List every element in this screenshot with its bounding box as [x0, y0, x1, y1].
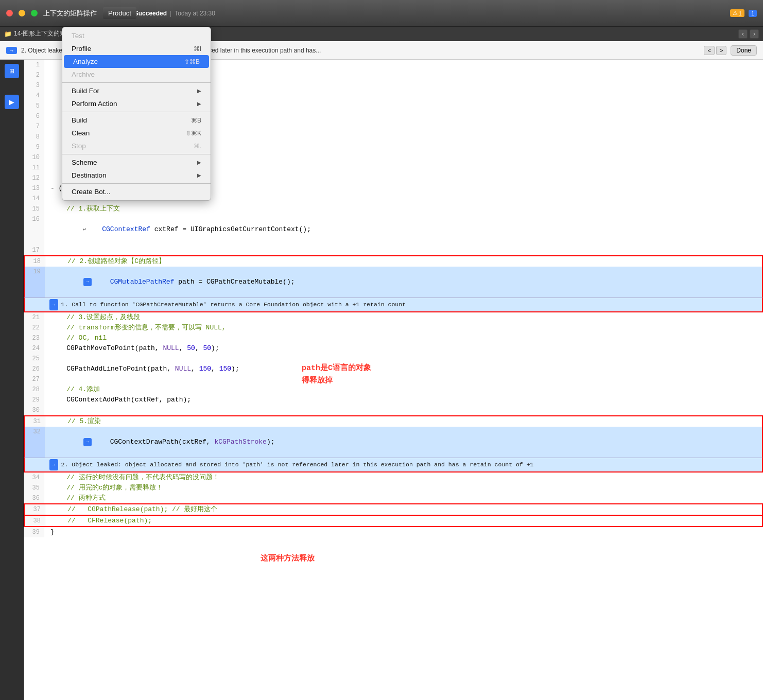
line-num-12: 12	[24, 173, 44, 183]
line-content-16: ↩ CGContextRef cxtRef = UIGraphicsGetCur…	[44, 214, 763, 245]
menu-item-test-label: Test	[72, 32, 84, 40]
code-line-28: 28 // 4.添加	[24, 384, 763, 395]
line-content-34: // 运行的时候没有问题，不代表代码写的没问题！	[44, 472, 763, 483]
float-label-release-method-cn: 这两种方法释放	[261, 554, 315, 564]
line-content-23: // OC, nil	[44, 333, 763, 343]
menu-item-analyze-shortcut: ⇧⌘B	[184, 58, 200, 65]
code-line-22: 22 // transform形变的信息，不需要，可以写 NULL,	[24, 323, 763, 333]
line-num-28: 28	[24, 384, 44, 395]
line-content-37: // CGPathRelease(path); // 最好用这个	[45, 504, 762, 515]
line-content-17	[44, 245, 763, 255]
line-num-36: 36	[24, 493, 44, 503]
line-num-18: 18	[25, 256, 45, 267]
line-num-21: 21	[24, 312, 44, 323]
code-line-27: 27	[24, 374, 763, 384]
line-content-25	[44, 354, 763, 364]
line-num-17: 17	[24, 245, 44, 255]
menu-item-build[interactable]: Build ⌘B	[62, 114, 211, 127]
line-num-22: 22	[24, 323, 44, 333]
line-content-15: // 1.获取上下文	[44, 204, 763, 214]
menu-item-analyze-label: Analyze	[73, 58, 98, 65]
line-num-10: 10	[24, 152, 44, 163]
code-line-37: 37 // CGPathRelease(path); // 最好用这个	[24, 503, 763, 516]
product-dropdown: Test Profile ⌘I Analyze ⇧⌘B Archive Buil…	[62, 27, 211, 201]
line-num-27: 27	[24, 374, 44, 384]
issue-done-btn[interactable]: Done	[731, 45, 757, 56]
menu-item-stop[interactable]: Stop ⌘.	[62, 139, 211, 152]
menu-item-analyze[interactable]: Analyze ⇧⌘B	[64, 55, 209, 68]
code-line-39: 39 }	[24, 527, 763, 537]
code-line-32: 32 → CGContextDrawPath(cxtRef, kCGPathSt…	[24, 427, 763, 458]
menu-item-create-bot[interactable]: Create Bot...	[62, 185, 211, 198]
line-num-6: 6	[24, 111, 44, 121]
line-content-26: CGPathAddLineToPoint(path, NULL, 150, 15…	[44, 364, 763, 374]
annotation-line-20: → 1. Call to function 'CGPathCreateMutab…	[24, 297, 763, 312]
warning-badge[interactable]: ⚠ 1	[730, 9, 744, 17]
line19-arrow: →	[83, 278, 92, 286]
sidebar-icon-grid[interactable]: ⊞	[5, 64, 19, 78]
code-line-23: 23 // OC, nil	[24, 333, 763, 343]
annotation-line-33: → 2. Object leaked: object allocated and…	[24, 458, 763, 472]
line-num-11: 11	[24, 163, 44, 173]
issue-arrow-icon: →	[6, 47, 17, 54]
annotation-arrow-2: →	[49, 459, 58, 470]
annotation-text-2: 2. Object leaked: object allocated and s…	[61, 460, 534, 470]
menu-item-stop-shortcut: ⌘.	[194, 143, 201, 150]
menu-item-profile-shortcut: ⌘I	[194, 45, 201, 52]
info-badge[interactable]: 1	[749, 10, 757, 17]
analyze-time: Today at 23:30	[175, 10, 215, 17]
code-line-36: 36 // 两种方式	[24, 493, 763, 503]
line-content-32: → CGContextDrawPath(cxtRef, kCGPathStrok…	[45, 427, 762, 458]
code-line-26: 26 CGPathAddLineToPoint(path, NULL, 150,…	[24, 364, 763, 374]
breadcrumb-next[interactable]: ›	[750, 29, 759, 39]
line-content-31: // 5.渲染	[45, 416, 762, 427]
warning-icon: ⚠	[733, 10, 738, 16]
menu-item-clean[interactable]: Clean ⇧⌘K	[62, 127, 211, 139]
menu-item-scheme[interactable]: Scheme	[62, 156, 211, 169]
line-num-9: 9	[24, 142, 44, 152]
menu-item-perform-action[interactable]: Perform Action	[62, 97, 211, 110]
window-title-cn: 上下文的矩阵操作	[43, 9, 97, 18]
traffic-light-minimize[interactable]	[19, 10, 25, 16]
menu-item-build-shortcut: ⌘B	[191, 117, 201, 124]
code-line-38: 38 // CFRelease(path);	[24, 516, 763, 527]
code-line-16: 16 ↩ CGContextRef cxtRef = UIGraphicsGet…	[24, 214, 763, 245]
menu-item-build-for[interactable]: Build For	[62, 84, 211, 97]
breadcrumb-nav: ‹ ›	[738, 29, 759, 39]
warning-count: 1	[739, 10, 742, 16]
line-content-22: // transform形变的信息，不需要，可以写 NULL,	[44, 323, 763, 333]
line-num-26: 26	[24, 364, 44, 374]
menu-item-build-for-label: Build For	[72, 87, 99, 95]
breadcrumb-prev[interactable]: ‹	[738, 29, 748, 39]
left-sidebar: ⊞ ▶	[0, 60, 24, 700]
menu-item-profile[interactable]: Profile ⌘I	[62, 42, 211, 55]
line-num-34: 34	[24, 472, 44, 483]
sidebar-icon-play[interactable]: ▶	[5, 95, 19, 109]
menu-item-build-label: Build	[72, 116, 87, 124]
analyze-succeeded: Succeeded	[134, 10, 167, 17]
separator-1	[62, 82, 211, 83]
separator-4	[62, 183, 211, 184]
info-count: 1	[751, 10, 754, 16]
code-line-25: 25	[24, 354, 763, 364]
product-menu-label[interactable]: Product	[103, 7, 136, 19]
line-content-38: // CFRelease(path);	[45, 516, 762, 526]
code-line-31: 31 // 5.渲染	[24, 415, 763, 427]
traffic-light-zoom[interactable]	[31, 10, 38, 16]
annotation-text-1: 1. Call to function 'CGPathCreateMutable…	[61, 300, 406, 310]
line-num-5: 5	[24, 101, 44, 111]
line-content-29: CGContextAddPath(cxtRef, path);	[44, 395, 763, 405]
issue-nav-next[interactable]: >	[716, 46, 726, 55]
line-content-36: // 两种方式	[44, 493, 763, 503]
line-num-25: 25	[24, 354, 44, 364]
issue-nav-prev[interactable]: <	[704, 46, 714, 55]
line-num-15: 15	[24, 204, 44, 214]
traffic-light-close[interactable]	[6, 10, 13, 16]
menu-item-test[interactable]: Test	[62, 29, 211, 42]
menu-item-destination[interactable]: Destination	[62, 169, 211, 182]
menu-item-stop-label: Stop	[72, 142, 86, 150]
code-line-35: 35 // 用完的c的对象，需要释放！	[24, 483, 763, 493]
line-content-30	[44, 405, 763, 415]
menu-item-archive[interactable]: Archive	[62, 68, 211, 81]
menu-item-scheme-label: Scheme	[72, 159, 97, 166]
